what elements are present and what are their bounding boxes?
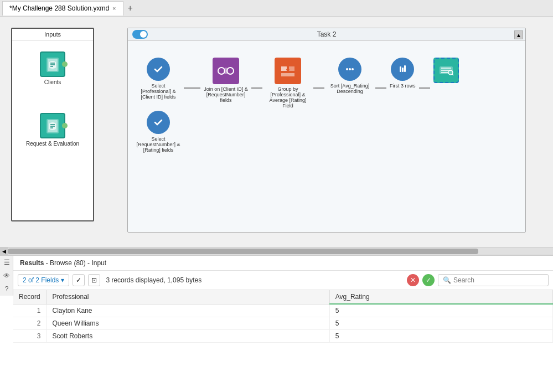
help-icon[interactable]: ?: [0, 282, 13, 296]
cell-professional-2: Queen Williams: [46, 317, 329, 330]
arrow2: [251, 63, 262, 113]
arrow3: [313, 63, 324, 113]
request-node[interactable]: Request & Evaluation: [26, 113, 79, 147]
svg-rect-17: [404, 65, 406, 72]
join-label: Join on [Client ID] & [RequestNumber] fi…: [204, 86, 248, 103]
export-button[interactable]: ⊡: [88, 274, 100, 286]
select1-icon: [147, 58, 170, 81]
results-title: Results: [20, 259, 44, 267]
list-icon[interactable]: ☰: [0, 256, 13, 269]
task2-toggle[interactable]: [132, 30, 148, 39]
svg-point-11: [346, 68, 348, 70]
task2-header: Task 2 ▲: [128, 28, 525, 41]
first-rows-label: First 3 rows: [390, 83, 416, 89]
new-tab-button[interactable]: +: [123, 2, 137, 14]
select2-icon: [147, 111, 170, 134]
task2-title: Task 2: [317, 30, 337, 38]
sort-node[interactable]: Sort [Avg_Rating] Descending: [328, 58, 372, 94]
results-subtitle: - Browse (80) - Input: [46, 259, 106, 267]
inputs-box: Inputs Clients: [11, 28, 94, 221]
cell-avg-rating-3: 5: [329, 330, 552, 343]
request-label: Request & Evaluation: [26, 141, 79, 147]
cell-record-3: 3: [13, 330, 46, 343]
search-icon: 🔍: [443, 276, 451, 284]
sort-svg: [344, 63, 356, 75]
canvas-area: Inputs Clients: [0, 17, 553, 255]
fields-btn-label: 2 of 2 Fields: [23, 276, 59, 284]
select1-svg: [152, 63, 164, 75]
cell-avg-rating-2: 5: [329, 317, 552, 330]
browse-svg: [438, 62, 454, 79]
cell-professional-1: Clayton Kane: [46, 304, 329, 317]
inputs-node-container: Clients Request & Evaluation: [12, 40, 93, 158]
fields-dropdown-button[interactable]: 2 of 2 Fields ▾: [18, 274, 69, 286]
search-input[interactable]: [453, 276, 542, 284]
svg-rect-15: [400, 66, 401, 72]
check-mark-button[interactable]: ✓: [73, 274, 85, 286]
main-tab[interactable]: *My Challenge 288 Solution.yxmd ×: [2, 1, 123, 16]
sort-label: Sort [Avg_Rating] Descending: [328, 83, 372, 94]
side-icons: ☰ 👁 ?: [0, 256, 13, 296]
clients-node[interactable]: Clients: [40, 51, 65, 85]
svg-point-8: [224, 68, 228, 74]
group-label: Group by [Professional] & Average [Ratin…: [266, 86, 310, 109]
search-box: 🔍: [438, 274, 549, 286]
join-node[interactable]: Join on [Client ID] & [RequestNumber] fi…: [204, 58, 248, 103]
task2-box: Task 2 ▲ Select [Professional] & [Client…: [127, 28, 526, 233]
col-avg-rating: Avg_Rating: [329, 290, 552, 304]
group-node[interactable]: Σ Group by [Professional] & Average [Rat…: [266, 58, 310, 109]
table-body: 1 Clayton Kane 5 2 Queen Williams 5 3 Sc…: [13, 304, 553, 343]
svg-rect-16: [402, 68, 404, 72]
results-panel: ☰ 👁 ? Results - Browse (80) - Input 2 of…: [0, 255, 553, 392]
browse-icon: [433, 58, 459, 83]
table-header: Record Professional Avg_Rating: [13, 290, 553, 304]
select2-svg: [152, 116, 164, 128]
results-header: Results - Browse (80) - Input: [13, 256, 553, 271]
results-toolbar: 2 of 2 Fields ▾ ✓ ⊡ 3 records displayed,…: [13, 271, 553, 290]
fields-chevron-icon: ▾: [61, 276, 64, 284]
arrow1: [184, 63, 200, 113]
clients-icon: [40, 51, 65, 77]
tab-title: *My Challenge 288 Solution.yxmd: [9, 4, 109, 12]
svg-text:Σ: Σ: [286, 64, 290, 72]
confirm-button[interactable]: ✓: [422, 274, 435, 286]
scrollbar-thumb[interactable]: [8, 249, 478, 254]
cell-record-2: 2: [13, 317, 46, 330]
request-icon: [40, 113, 65, 138]
svg-point-12: [349, 68, 351, 70]
col-record: Record: [13, 290, 46, 304]
cell-avg-rating-1: 5: [329, 304, 552, 317]
clear-button[interactable]: ✕: [407, 274, 419, 286]
first-rows-node[interactable]: First 3 rows: [390, 58, 416, 89]
join-svg: [217, 62, 235, 80]
tab-bar: *My Challenge 288 Solution.yxmd × +: [0, 0, 553, 17]
select2-node[interactable]: Select [RequestNumber] & [Rating] fields: [136, 111, 180, 153]
select2-label: Select [RequestNumber] & [Rating] fields: [136, 136, 180, 153]
join-icon: [213, 58, 239, 84]
select1-node[interactable]: Select [Professional] & [Client ID] fiel…: [136, 58, 180, 100]
svg-point-13: [352, 68, 354, 70]
arrow4: [375, 63, 386, 113]
tab-close-button[interactable]: ×: [112, 5, 116, 12]
results-table: Record Professional Avg_Rating 1 Clayton…: [13, 290, 553, 343]
select1-label: Select [Professional] & [Client ID] fiel…: [136, 83, 180, 100]
arrow5: [419, 63, 430, 113]
table-row: 3 Scott Roberts 5: [13, 330, 553, 343]
results-content: Results - Browse (80) - Input 2 of 2 Fie…: [13, 256, 553, 343]
clients-svg: [45, 56, 60, 72]
canvas-scrollbar[interactable]: ◀: [0, 247, 553, 255]
scroll-left[interactable]: ◀: [0, 247, 8, 255]
toolbar-left: 2 of 2 Fields ▾ ✓ ⊡: [18, 274, 100, 286]
eye-icon[interactable]: 👁: [0, 269, 13, 282]
first-rows-svg: [396, 63, 409, 75]
select-nodes-group: Select [Professional] & [Client ID] fiel…: [136, 58, 180, 153]
task2-scroll-up[interactable]: ▲: [514, 30, 523, 39]
group-svg: Σ: [279, 62, 297, 80]
request-svg: [45, 118, 60, 133]
table-row: 2 Queen Williams 5: [13, 317, 553, 330]
group-icon: Σ: [275, 58, 301, 84]
browse-node[interactable]: [433, 58, 459, 85]
table-row: 1 Clayton Kane 5: [13, 304, 553, 317]
first-rows-icon: [391, 58, 414, 81]
cell-record-1: 1: [13, 304, 46, 317]
